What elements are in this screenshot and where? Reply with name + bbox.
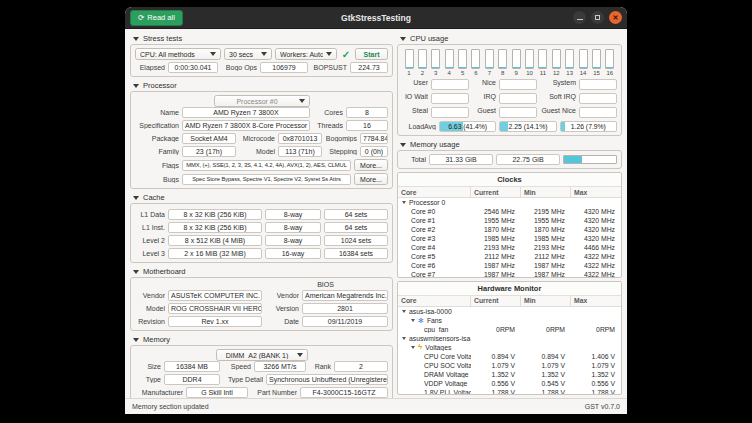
- clock-row[interactable]: Core #1 1955 MHz 1955 MHz 4320 MHz: [398, 216, 621, 225]
- stress-duration-select[interactable]: 30 secs: [224, 48, 272, 60]
- dimm-select[interactable]: DIMM_A2 (BANK 1): [216, 349, 308, 361]
- hwmon-voltages-row[interactable]: ϟ Voltages: [398, 343, 621, 352]
- expander-icon: [133, 270, 139, 274]
- microcode-label: Microcode: [239, 135, 275, 142]
- sensor-current: 0.556 V: [471, 380, 521, 387]
- column-header-core[interactable]: Core: [398, 187, 471, 197]
- voltage-sensor-row[interactable]: CPU SOC Voltage 1.079 V 1.079 V 1.079 V: [398, 361, 621, 370]
- processor-select[interactable]: Processor #0: [214, 95, 310, 107]
- motherboard-frame: BIOS Vendor ASUSTeK COMPUTER INC. Vendor…: [130, 277, 393, 331]
- mem-manufacturer-value: G Skill Intl: [186, 387, 248, 398]
- cache-ways-value: 8-way: [265, 209, 321, 220]
- motherboard-section: Motherboard BIOS Vendor ASUSTeK COMPUTER…: [130, 266, 393, 331]
- voltage-sensor-row[interactable]: 1.8V PLL Voltage 1.788 V 1.788 V 1.788 V: [398, 388, 621, 394]
- cache-section-header[interactable]: Cache: [130, 192, 393, 203]
- voltage-sensor-row[interactable]: DRAM Voltage 1.352 V 1.352 V 1.352 V: [398, 370, 621, 379]
- cpu-core-number: 8: [501, 70, 504, 76]
- memory-section: Memory DIMM_A2 (BANK 1) Size 16384 MB Sp…: [130, 334, 393, 398]
- cpu-stat-value: [431, 93, 469, 104]
- voltage-sensor-row[interactable]: CPU Core Voltage 0.894 V 0.894 V 1.406 V: [398, 352, 621, 361]
- sensor-max: 1.788 V: [571, 389, 621, 394]
- column-header-max[interactable]: Max: [571, 296, 621, 306]
- start-button[interactable]: Start: [355, 48, 388, 60]
- clock-row[interactable]: Core #6 1987 MHz 1987 MHz 4322 MHz: [398, 261, 621, 270]
- processor-frame: Processor #0 Name AMD Ryzen 7 3800X Core…: [130, 91, 393, 189]
- section-title: Memory: [143, 335, 170, 344]
- hwmon-group-row[interactable]: asus-isa-0000: [398, 307, 621, 316]
- clock-row[interactable]: Core #0 2546 MHz 2195 MHz 4320 MHz: [398, 207, 621, 216]
- statusbar: Memory section updated GST v0.7.0: [125, 398, 627, 414]
- column-header-core[interactable]: Core: [398, 296, 471, 306]
- expander-icon: [133, 196, 139, 200]
- cpu-stat-label: User: [402, 79, 428, 90]
- clock-row[interactable]: Core #4 2193 MHz 2193 MHz 4466 MHz: [398, 243, 621, 252]
- processor-section-header[interactable]: Processor: [130, 80, 393, 91]
- cpu-stats-grid: User Nice System IO Wait IRQ: [402, 79, 617, 118]
- cpu-core-number: 10: [526, 70, 533, 76]
- elapsed-value: 0:00:30.041: [168, 62, 218, 73]
- hardware-monitor-table: Hardware Monitor Core Current Min Max as…: [397, 281, 622, 395]
- clock-row[interactable]: Core #2 1870 MHz 1870 MHz 4320 MHz: [398, 225, 621, 234]
- clock-min: 2112 MHz: [521, 253, 571, 260]
- sensor-name: 1.8V PLL Voltage: [424, 389, 471, 394]
- bogo-ops-label: Bogo Ops: [221, 64, 257, 71]
- clock-row[interactable]: Core #3 1985 MHz 1985 MHz 4320 MHz: [398, 234, 621, 243]
- clock-row[interactable]: Core #5 2112 MHz 2112 MHz 4322 MHz: [398, 252, 621, 261]
- cpu-usage-section-header[interactable]: CPU usage: [397, 33, 622, 44]
- column-header-current[interactable]: Current: [471, 296, 521, 306]
- sensor-name: DRAM Voltage: [424, 371, 469, 378]
- maximize-button[interactable]: [591, 11, 604, 24]
- clock-row[interactable]: Core #7 1987 MHz 1987 MHz 4322 MHz: [398, 270, 621, 277]
- mb-vendor-label: Vendor: [135, 292, 165, 299]
- cpu-stat-label: Soft IRQ: [540, 93, 576, 104]
- sensor-min: 1.079 V: [521, 362, 571, 369]
- voltages-label: Voltages: [425, 344, 451, 351]
- memory-usage-section-header[interactable]: Memory usage: [397, 139, 622, 150]
- loadavg-label: LoadAvg: [402, 123, 436, 130]
- mem-total-value: 31.33 GiB: [429, 154, 493, 165]
- column-header-min[interactable]: Min: [521, 296, 571, 306]
- hwmon-fans-row[interactable]: ✻ Fans: [398, 316, 621, 325]
- cpu-core-number: 13: [566, 70, 573, 76]
- motherboard-section-header[interactable]: Motherboard: [130, 266, 393, 277]
- minimize-button[interactable]: [573, 11, 586, 24]
- cpu-stat-value: [499, 79, 537, 90]
- bogomips-value: 7784.84: [360, 133, 388, 144]
- hwmon-group-row[interactable]: asuswmisensors-isa-0000: [398, 334, 621, 343]
- loadavg-levels: 6.63 (41.4%) 2.25 (14.1%) 1.: [439, 121, 617, 132]
- cpu-name-value: AMD Ryzen 7 3800X: [182, 107, 310, 118]
- close-button[interactable]: ✕: [609, 11, 622, 24]
- mem-type-value: DDR4: [164, 374, 220, 385]
- cache-ways-value: 8-way: [265, 222, 321, 233]
- cache-level-label: Level 3: [135, 250, 165, 257]
- stress-method-select[interactable]: CPU: All methods: [135, 48, 221, 60]
- flags-more-button[interactable]: More...: [354, 159, 388, 171]
- bugs-more-button[interactable]: More...: [354, 173, 388, 185]
- flags-label: Flags: [135, 162, 179, 169]
- column-header-max[interactable]: Max: [571, 187, 621, 197]
- elapsed-label: Elapsed: [135, 64, 165, 71]
- chevron-down-icon: [326, 52, 332, 56]
- sensor-max: 0.556 V: [571, 380, 621, 387]
- stress-workers-select[interactable]: Workers: Auto: [275, 48, 337, 60]
- cache-level-label: L1 Inst.: [135, 224, 165, 231]
- sensor-name: CPU SOC Voltage: [424, 362, 471, 369]
- stress-tests-section-header[interactable]: Stress tests: [130, 33, 393, 44]
- cpu-core-bar-fill: [553, 67, 560, 68]
- memory-section-header[interactable]: Memory: [130, 334, 393, 345]
- clocks-group-row[interactable]: Processor 0: [398, 198, 621, 207]
- column-header-min[interactable]: Min: [521, 187, 571, 197]
- clock-min: 1987 MHz: [521, 271, 571, 277]
- sensor-min: 0RPM: [521, 326, 571, 333]
- column-header-current[interactable]: Current: [471, 187, 521, 197]
- voltage-sensor-row[interactable]: VDDP Voltage 0.556 V 0.545 V 0.556 V: [398, 379, 621, 388]
- fan-sensor-row[interactable]: cpu_fan 0RPM 0RPM 0RPM: [398, 325, 621, 334]
- chevron-down-icon: [297, 353, 303, 357]
- clock-current: 1870 MHz: [471, 226, 521, 233]
- ready-check-icon: ✓: [340, 49, 352, 60]
- cache-row: Level 3 2 x 16 MiB (32 MiB) 16-way 16384…: [135, 248, 388, 259]
- mem-part-label: Part Number: [251, 389, 297, 396]
- mem-available-value: 22.75 GiB: [496, 154, 560, 165]
- cpu-core-bar-track: [458, 49, 467, 69]
- read-all-button[interactable]: ⟳ Read all: [130, 10, 183, 26]
